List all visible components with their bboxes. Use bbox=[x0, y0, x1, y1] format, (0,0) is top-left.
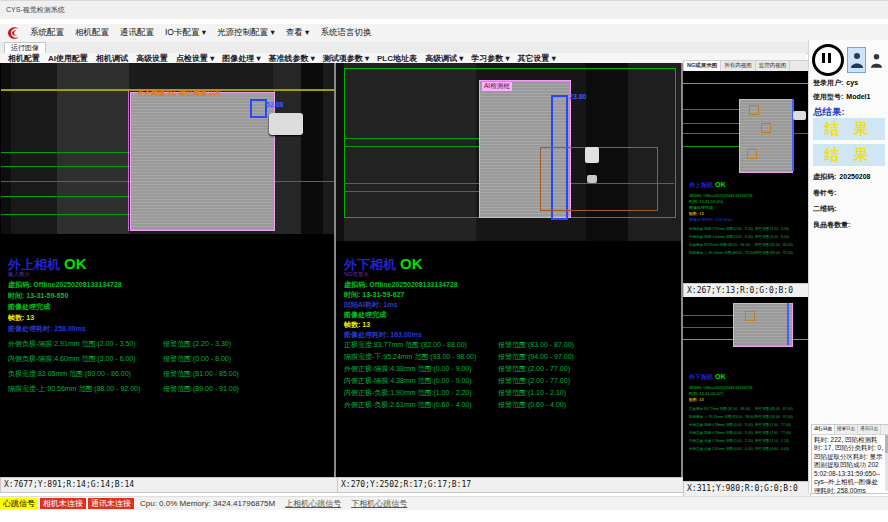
camera-connection-badge: 相机未连接 bbox=[40, 498, 86, 509]
preview-row: 内侧负极-隔膜:4.60mm 范围:(3.00 - 6.00) bbox=[689, 235, 753, 239]
tool-learning-params[interactable]: 学习参数 ▾ bbox=[471, 53, 509, 64]
preview-row: 报警范围:(0.00 - 8.00) bbox=[755, 235, 789, 239]
preview-row: 外侧正极-负极:2.61mm 范围:(0.60 - 4.00) bbox=[689, 447, 753, 451]
camera-left-subtitle: 输入图片 bbox=[8, 271, 30, 278]
baseline-yellow bbox=[683, 83, 808, 84]
camera-left-frames: 帧数: 13 bbox=[8, 313, 34, 323]
preview-line: 虚拟码: Offline20250208133134728 bbox=[689, 193, 753, 198]
measurement-row: 内侧正极-隔膜:4.38mm 范围:(0.00 - 9.00) bbox=[344, 376, 472, 386]
preview-line: 帧数: 13 bbox=[689, 397, 704, 402]
bright-spot bbox=[585, 147, 599, 163]
log-tab-comm[interactable]: 通讯日志 bbox=[858, 425, 881, 434]
edge-line-left bbox=[128, 91, 129, 231]
tool-spot-check[interactable]: 点检设置 ▾ bbox=[176, 53, 214, 64]
log-tabs: 运行日志 报警日志 通讯日志 bbox=[812, 425, 888, 435]
measurement-row: 外侧正极-负极:2.61mm 范围:(0.60 - 4.00) bbox=[344, 400, 472, 410]
preview-row: 内侧正极-隔膜:4.38mm 范围:(0.00 - 9.00) bbox=[689, 431, 753, 435]
camera-left-name: 外上相机 bbox=[8, 257, 60, 272]
guide-line bbox=[683, 146, 739, 147]
ai-box-label: AI检测框 bbox=[482, 82, 512, 91]
guide-line bbox=[683, 109, 739, 110]
right-sidebar: 登录用户:cys 使用型号:Model1 总结果: 结 果 结 果 虚拟码:20… bbox=[808, 40, 888, 493]
camera-bottom-status-bar: X:270;Y:2502;R:17;G:17;B:17 bbox=[337, 477, 685, 493]
application-window: CYS-视觉检测系统 系统配置 相机配置 通讯配置 IO卡配置 ▾ 光源控制配置… bbox=[0, 0, 888, 522]
measurement-row: 正极宽度:83.77mm 范围:(82.00 - 88.00) bbox=[344, 340, 467, 350]
menu-item-system-config[interactable]: 系统配置 bbox=[30, 27, 64, 39]
camera-left-time: 时间: 13-31-59-650 bbox=[8, 291, 68, 301]
title-bar: CYS-视觉检测系统 bbox=[0, 0, 888, 19]
preview-row: 外侧正极-隔膜:4.38mm 范围:(0.00 - 9.00) bbox=[689, 423, 753, 427]
camera-left-image[interactable]: 52.88 补齐阈值:93, 吻合阈值:100 bbox=[1, 63, 334, 234]
preview-bottom-view[interactable]: 外下相机OK 虚拟码: Offline20250208133134728 时间:… bbox=[683, 297, 808, 481]
measurement-row: 内侧正极-负极:1.90mm 范围:(1.00 - 2.20) bbox=[344, 388, 472, 398]
camera-bottom-subtitle: NG仅显示 bbox=[344, 271, 369, 278]
camera-bottom-elapsed: 图像处理耗时: 163.00ms bbox=[344, 330, 422, 340]
preview-row: 报警范围:(2.20 - 3.30) bbox=[755, 227, 789, 231]
tool-advanced-debug[interactable]: 高级调试 ▾ bbox=[425, 53, 463, 64]
tool-ai-config[interactable]: AI使用配置 bbox=[48, 53, 88, 64]
bottom-camera-heartbeat-text: 下相机心跳信号 bbox=[351, 498, 407, 509]
preview-row: 报警范围:(81.00 - 85.00) bbox=[755, 243, 793, 247]
alarm-range: 报警范围:(2.00 - 77.00) bbox=[498, 376, 570, 386]
model-label: 使用型号: bbox=[813, 93, 843, 100]
tool-advanced-settings[interactable]: 高级设置 bbox=[136, 53, 168, 64]
cpu-memory-text: Cpu: 0.0% Memory: 3424.41796875M bbox=[140, 499, 275, 508]
model-field: 使用型号:Model1 bbox=[813, 92, 870, 102]
tool-camera-config[interactable]: 相机配置 bbox=[8, 53, 40, 64]
preview-row: 外侧负极-隔膜:2.91mm 范围:(2.00 - 3.50) bbox=[689, 227, 753, 231]
preview-line: 时间: 13-31-59-650 bbox=[689, 199, 723, 204]
alarm-range: 报警范围:(81.00 - 85.00) bbox=[163, 369, 239, 379]
login-user-button[interactable] bbox=[847, 47, 866, 73]
menu-item-io-config[interactable]: IO卡配置 ▾ bbox=[165, 27, 206, 39]
log-panel: 运行日志 报警日志 通讯日志 耗时: 222, 凹陷检测耗时: 17, 凹陷分类… bbox=[811, 424, 888, 494]
camera-bottom-result: OK bbox=[400, 255, 423, 272]
menu-item-comm-config[interactable]: 通讯配置 bbox=[120, 27, 154, 39]
preview-top-view[interactable]: 外上相机OK 虚拟码: Offline20250208133134728 时间:… bbox=[683, 71, 808, 283]
preview-bottom-status-bar: X:311;Y:980;R:0;G:0;B:0 bbox=[683, 481, 811, 497]
material-region bbox=[739, 99, 793, 173]
alarm-range: 报警范围:(94.00 - 97.00) bbox=[498, 352, 574, 362]
user-icon bbox=[851, 52, 863, 68]
measurement-row: 外侧负极-隔膜:2.91mm 范围:(2.00 - 3.50) bbox=[8, 339, 136, 349]
detection-box bbox=[749, 105, 759, 115]
camera-bottom-frames: 帧数: 13 bbox=[344, 320, 370, 330]
menu-item-light-config[interactable]: 光源控制配置 ▾ bbox=[217, 27, 275, 39]
app-logo-icon bbox=[6, 26, 22, 40]
pause-button[interactable] bbox=[812, 44, 844, 76]
needle-field: 卷针号: bbox=[813, 188, 836, 198]
log-tab-run[interactable]: 运行日志 bbox=[812, 425, 835, 434]
user-switch-button[interactable] bbox=[869, 50, 884, 70]
measurement-row: 内侧负极-隔膜:4.60mm 范围:(3.00 - 6.00) bbox=[8, 354, 136, 364]
camera-bottom-image[interactable]: AI检测框 23.80 bbox=[336, 63, 681, 241]
menu-item-language-switch[interactable]: 系统语言切换 bbox=[320, 27, 371, 39]
tool-other-settings[interactable]: 其它设置 ▾ bbox=[518, 53, 556, 64]
camera-bottom-vcode: 虚拟码: Offline20250208133134728 bbox=[344, 280, 458, 290]
menu-item-view[interactable]: 查看 ▾ bbox=[286, 27, 310, 39]
preview-row: 报警范围:(2.00 - 77.00) bbox=[755, 431, 791, 435]
detection-box-label: 52.88 bbox=[266, 101, 284, 108]
preview-line: 图像处理耗时: 258.00ms bbox=[689, 217, 733, 222]
camera-bottom-name: 外下相机 bbox=[344, 257, 396, 272]
detection-box bbox=[747, 149, 757, 159]
tool-baseline-params[interactable]: 基准线参数 ▾ bbox=[269, 53, 315, 64]
preview-line: 帧数: 13 bbox=[689, 211, 704, 216]
alarm-range: 报警范围:(2.00 - 77.00) bbox=[498, 364, 570, 374]
tool-camera-debug[interactable]: 相机调试 bbox=[96, 53, 128, 64]
preview-row: 隔膜宽度-下:95.24mm 范围:(93.00 - 98.00) bbox=[689, 415, 755, 419]
menu-item-camera-config[interactable]: 相机配置 bbox=[75, 27, 109, 39]
measurement-row: 隔膜宽度-上:90.56mm 范围:(88.00 - 92.00) bbox=[8, 384, 140, 394]
guide-line bbox=[683, 123, 739, 124]
preview-line: 时间: 13-31-59-627 bbox=[689, 391, 723, 396]
preview-row: 报警范围:(1.10 - 2.10) bbox=[755, 439, 789, 443]
preview-bottom-title: 外下相机OK bbox=[689, 373, 726, 382]
tool-test-params[interactable]: 测试项参数 ▾ bbox=[323, 53, 369, 64]
tool-plc-address[interactable]: PLC地址表 bbox=[377, 53, 417, 64]
measurement-row: 外侧正极-隔膜:4.38mm 范围:(0.00 - 9.00) bbox=[344, 364, 472, 374]
log-text: 耗时: 222, 凹陷检测耗时: 17, 凹陷分类耗时: 0, 凹陷提取分区耗时… bbox=[812, 435, 888, 496]
tool-image-processing[interactable]: 图像处理 ▾ bbox=[222, 53, 260, 64]
log-tab-alarm[interactable]: 报警日志 bbox=[835, 425, 858, 434]
tab-run-image[interactable]: 运行图像 bbox=[4, 42, 46, 53]
alarm-range: 报警范围:(83.00 - 87.00) bbox=[498, 340, 574, 350]
detection-box bbox=[745, 311, 755, 321]
preview-bottom-name: 外下相机 bbox=[689, 374, 713, 380]
